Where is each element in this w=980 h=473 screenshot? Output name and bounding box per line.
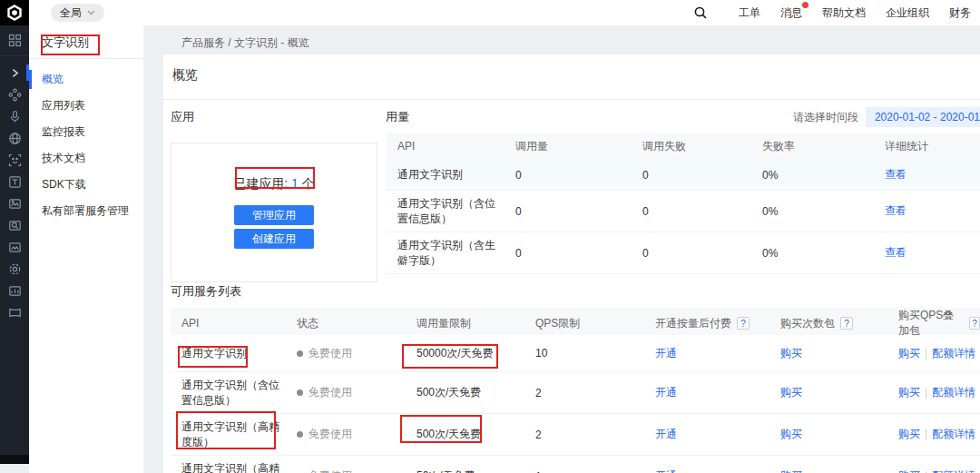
- search-button[interactable]: [693, 5, 708, 20]
- link-separator: |: [925, 386, 927, 399]
- activate-link[interactable]: 开通: [655, 347, 677, 360]
- sidebar-item-app-list[interactable]: 应用列表: [29, 93, 143, 119]
- buy-qps-link[interactable]: 购买: [898, 347, 920, 360]
- link-separator: |: [925, 428, 927, 440]
- quota-detail-link[interactable]: 配额详情: [932, 469, 975, 473]
- status-dot-icon: [297, 431, 303, 438]
- search-icon: [693, 5, 708, 20]
- manage-app-button[interactable]: 管理应用: [234, 205, 314, 225]
- sidebar-item-sdk-download[interactable]: SDK下载: [29, 172, 143, 198]
- help-question-icon[interactable]: ?: [737, 317, 750, 330]
- usage-table: API 调用量 调用失败 失败率 详细统计 通用文字识别 0 0 0% 查看 通…: [386, 133, 980, 274]
- rail-item-image-recognition[interactable]: [0, 192, 29, 214]
- sidebar-item-tech-docs[interactable]: 技术文档: [29, 145, 143, 172]
- region-scope-dropdown[interactable]: 全局: [51, 4, 104, 22]
- sidebar-item-private-deploy[interactable]: 私有部署服务管理: [29, 198, 143, 224]
- quota-detail-link[interactable]: 配额详情: [932, 347, 975, 360]
- buy-qps-link[interactable]: 购买: [898, 428, 920, 440]
- app-section: 应用 已建应用: 1 个 管理应用 创建应用: [171, 109, 377, 282]
- rail-item-face-recognition[interactable]: [0, 149, 29, 171]
- services-section-label: 可用服务列表: [171, 283, 980, 300]
- rail-item-text-recognition[interactable]: [0, 171, 29, 192]
- view-detail-link[interactable]: 查看: [885, 168, 906, 181]
- link-separator: |: [925, 469, 927, 473]
- date-range-value[interactable]: 2020-01-02 - 2020-01-: [866, 107, 980, 127]
- help-question-icon[interactable]: ?: [840, 317, 853, 330]
- rail-item-image-effects[interactable]: [0, 280, 29, 301]
- create-app-button[interactable]: 创建应用: [234, 229, 314, 249]
- quota-detail-link[interactable]: 配额详情: [932, 428, 975, 440]
- chevron-down-icon: [87, 10, 95, 15]
- breadcrumb[interactable]: 产品服务 / 文字识别 - 概览: [181, 35, 309, 51]
- usage-failure-rate: 0%: [750, 205, 873, 218]
- unread-badge: [802, 2, 808, 8]
- menu-item-tickets[interactable]: 工单: [739, 5, 760, 21]
- usage-section: 用量 请选择时间段 2020-01-02 - 2020-01- API 调用量 …: [386, 109, 980, 274]
- scope-label: 全局: [60, 5, 82, 21]
- face-scan-icon: [8, 153, 22, 167]
- buy-pack-link[interactable]: 购买: [780, 428, 802, 440]
- menu-item-help-docs[interactable]: 帮助文档: [822, 5, 866, 21]
- menu-item-finance[interactable]: 财务: [949, 5, 971, 21]
- buy-qps-link[interactable]: 购买: [898, 469, 920, 473]
- svc-quota: 500次/天免费: [406, 385, 524, 400]
- rail-item-settings[interactable]: [0, 258, 29, 280]
- sidebar-item-monitor-report[interactable]: 监控报表: [29, 119, 143, 145]
- usage-row: 通用文字识别（含位置信息版） 0 0 0% 查看: [386, 191, 980, 232]
- buy-pack-link[interactable]: 购买: [780, 386, 802, 399]
- menu-item-enterprise-org[interactable]: 企业组织: [886, 5, 929, 21]
- svc-quota: 50000次/天免费: [406, 346, 524, 361]
- view-detail-link[interactable]: 查看: [885, 204, 906, 217]
- rail-collapse-strip[interactable]: [0, 455, 29, 464]
- rail-item-nodes[interactable]: [0, 84, 29, 105]
- buy-pack-link[interactable]: 购买: [780, 347, 802, 360]
- svc-api-name: 通用文字识别: [171, 346, 286, 361]
- grid-icon: [8, 34, 22, 47]
- nodes-icon: [8, 88, 22, 102]
- activate-link[interactable]: 开通: [655, 386, 677, 399]
- product-icon-rail: [0, 25, 29, 464]
- svc-qps: 2: [524, 429, 644, 441]
- activate-link[interactable]: 开通: [655, 428, 677, 440]
- usage-row: 通用文字识别 0 0 0% 查看: [386, 160, 980, 191]
- status-dot-icon: [297, 350, 303, 357]
- svc-status: 免费使用: [309, 385, 352, 400]
- svc-qps: 2: [524, 387, 644, 399]
- svc-col-buy-pack: 购买次数包: [780, 316, 835, 331]
- buy-qps-link[interactable]: 购买: [898, 386, 920, 399]
- date-range-picker: 请选择时间段 2020-01-02 - 2020-01-: [793, 107, 980, 127]
- usage-failures: 0: [631, 247, 750, 260]
- rail-item-overview[interactable]: [0, 25, 29, 56]
- rail-item-current-product[interactable]: [0, 62, 29, 84]
- chevron-right-icon: [9, 67, 21, 79]
- activate-link[interactable]: 开通: [655, 469, 677, 473]
- rail-item-panorama[interactable]: [0, 301, 29, 323]
- svc-col-buy-qps: 购买QPS叠加包: [898, 308, 964, 339]
- services-table-header: API 状态 调用量限制 QPS限制 开通按量后付费 ? 购买次数包 ? 购买Q…: [171, 308, 980, 335]
- usage-calls: 0: [504, 169, 631, 182]
- text-recognition-icon: [8, 175, 22, 189]
- rail-item-image-search[interactable]: [0, 214, 29, 236]
- services-section: 可用服务列表 API 状态 调用量限制 QPS限制 开通按量后付费 ? 购买次数…: [171, 283, 980, 473]
- quota-detail-link[interactable]: 配额详情: [932, 386, 975, 399]
- usage-failure-rate: 0%: [750, 169, 873, 182]
- menu-item-messages[interactable]: 消息: [780, 5, 802, 21]
- svc-col-api: API: [171, 317, 286, 330]
- rail-item-nlp[interactable]: [0, 127, 29, 149]
- built-apps-count: 1: [291, 176, 299, 191]
- link-separator: |: [925, 347, 927, 360]
- date-range-label: 请选择时间段: [793, 110, 858, 125]
- view-detail-link[interactable]: 查看: [885, 246, 906, 259]
- buy-pack-link[interactable]: 购买: [780, 469, 802, 473]
- rail-item-speech[interactable]: [0, 105, 29, 127]
- usage-api-name: 通用文字识别（含生僻字版）: [386, 238, 504, 269]
- service-row: 通用文字识别 免费使用 50000次/天免费 10 开通 购买 购买|配额详情: [171, 335, 980, 372]
- services-table: API 状态 调用量限制 QPS限制 开通按量后付费 ? 购买次数包 ? 购买Q…: [171, 308, 980, 473]
- help-question-icon[interactable]: ?: [969, 317, 980, 330]
- usage-calls: 0: [504, 247, 631, 260]
- brand-logo[interactable]: [0, 0, 29, 25]
- usage-col-failure-rate: 失败率: [750, 139, 873, 154]
- sidebar-item-overview[interactable]: 概览: [29, 66, 143, 93]
- rail-item-content-review[interactable]: [0, 236, 29, 258]
- usage-col-calls: 调用量: [504, 139, 631, 154]
